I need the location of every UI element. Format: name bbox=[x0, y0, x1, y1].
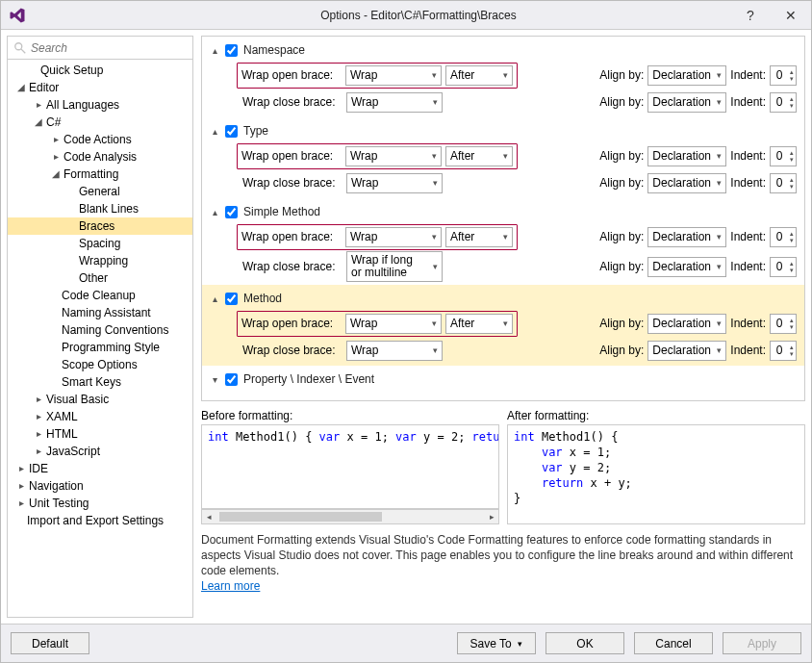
method-close-wrap-dropdown[interactable]: Wrap▾ bbox=[346, 341, 443, 361]
section-method: ▴ Method Wrap open brace: Wrap▾ After▾ A… bbox=[202, 285, 804, 366]
expand-icon: ▸ bbox=[50, 151, 62, 163]
namespace-open-indent-spinner[interactable]: 0▴▾ bbox=[770, 65, 797, 86]
method-close-align-dropdown[interactable]: Declaration▾ bbox=[647, 341, 726, 361]
type-open-indent-spinner[interactable]: 0▴▾ bbox=[770, 146, 797, 166]
tree-spacing[interactable]: Spacing bbox=[8, 235, 192, 252]
method-open-align-dropdown[interactable]: Declaration▾ bbox=[647, 314, 726, 334]
cancel-button[interactable]: Cancel bbox=[634, 632, 713, 654]
method-open-wrap-dropdown[interactable]: Wrap▾ bbox=[345, 314, 442, 334]
simple-method-close-align-dropdown[interactable]: Declaration▾ bbox=[647, 257, 726, 277]
simple-method-checkbox[interactable] bbox=[225, 206, 238, 218]
align-by-label: Align by: bbox=[599, 68, 644, 82]
type-open-pos-dropdown[interactable]: After▾ bbox=[445, 146, 513, 166]
before-formatting-label: Before formatting: bbox=[201, 409, 499, 422]
type-close-indent-spinner[interactable]: 0▴▾ bbox=[770, 173, 797, 193]
tree-editor[interactable]: ◢Editor bbox=[8, 79, 192, 96]
tree-quick-setup[interactable]: Quick Setup bbox=[8, 62, 192, 79]
save-to-button[interactable]: Save To ▾ bbox=[457, 632, 536, 654]
expand-icon: ▸ bbox=[33, 428, 44, 440]
namespace-open-align-dropdown[interactable]: Declaration▾ bbox=[647, 65, 726, 86]
tree-programming-style[interactable]: Programming Style bbox=[8, 339, 192, 356]
description-text: Document Formatting extends Visual Studi… bbox=[201, 532, 805, 594]
indent-label: Indent: bbox=[730, 68, 766, 82]
property-checkbox[interactable] bbox=[225, 373, 238, 386]
learn-more-link[interactable]: Learn more bbox=[201, 579, 260, 593]
tree-code-actions[interactable]: ▸Code Actions bbox=[8, 131, 192, 148]
simple-method-open-align-dropdown[interactable]: Declaration▾ bbox=[647, 227, 726, 247]
simple-method-open-pos-dropdown[interactable]: After▾ bbox=[445, 227, 513, 247]
help-button[interactable]: ? bbox=[730, 1, 771, 30]
chevron-down-icon: ▾ bbox=[432, 232, 437, 242]
type-close-align-dropdown[interactable]: Declaration▾ bbox=[647, 173, 726, 193]
section-simple-method: ▴ Simple Method Wrap open brace: Wrap▾ A… bbox=[202, 198, 804, 285]
simple-method-open-indent-spinner[interactable]: 0▴▾ bbox=[770, 227, 797, 247]
ok-button[interactable]: OK bbox=[546, 632, 624, 654]
tree-import-export[interactable]: Import and Export Settings bbox=[8, 512, 192, 529]
method-close-indent-spinner[interactable]: 0▴▾ bbox=[770, 341, 797, 361]
search-box[interactable] bbox=[8, 37, 192, 60]
namespace-close-indent-spinner[interactable]: 0▴▾ bbox=[770, 92, 797, 113]
type-open-wrap-dropdown[interactable]: Wrap▾ bbox=[345, 146, 442, 166]
tree-csharp[interactable]: ◢C# bbox=[8, 114, 192, 131]
namespace-close-wrap-dropdown[interactable]: Wrap▾ bbox=[346, 92, 443, 113]
chevron-down-icon: ▾ bbox=[717, 262, 722, 271]
tree-formatting[interactable]: ◢Formatting bbox=[8, 166, 192, 183]
tree-general[interactable]: General bbox=[8, 183, 192, 200]
collapse-icon[interactable]: ▴ bbox=[210, 45, 219, 55]
tree-javascript[interactable]: ▸JavaScript bbox=[8, 443, 192, 460]
simple-method-close-wrap-dropdown[interactable]: Wrap if long or multiline▾ bbox=[346, 251, 443, 282]
namespace-open-wrap-dropdown[interactable]: Wrap▾ bbox=[345, 65, 442, 86]
type-close-wrap-dropdown[interactable]: Wrap▾ bbox=[346, 173, 443, 193]
chevron-down-icon: ▾ bbox=[503, 151, 508, 161]
apply-button[interactable]: Apply bbox=[723, 632, 801, 654]
simple-method-open-wrap-dropdown[interactable]: Wrap▾ bbox=[345, 227, 442, 247]
namespace-open-pos-dropdown[interactable]: After▾ bbox=[445, 65, 513, 86]
chevron-down-icon: ▾ bbox=[717, 70, 722, 80]
horizontal-scrollbar[interactable]: ◂▸ bbox=[201, 509, 499, 524]
collapse-icon[interactable]: ▴ bbox=[210, 293, 219, 303]
close-button[interactable]: ✕ bbox=[771, 1, 811, 30]
default-button[interactable]: Default bbox=[11, 632, 89, 654]
collapse-icon[interactable]: ▴ bbox=[210, 126, 219, 136]
chevron-down-icon: ▾ bbox=[433, 178, 438, 188]
tree-other[interactable]: Other bbox=[8, 269, 192, 287]
tree-all-languages[interactable]: ▸All Languages bbox=[8, 96, 192, 114]
tree-blank-lines[interactable]: Blank Lines bbox=[8, 200, 192, 217]
section-property: ▾ Property \ Indexer \ Event bbox=[202, 366, 804, 393]
type-open-align-dropdown[interactable]: Declaration▾ bbox=[647, 146, 726, 166]
method-open-pos-dropdown[interactable]: After▾ bbox=[445, 314, 513, 334]
method-open-indent-spinner[interactable]: 0▴▾ bbox=[770, 314, 797, 334]
settings-scroll-area[interactable]: ▴ Namespace Wrap open brace: Wrap▾ After… bbox=[201, 36, 805, 401]
tree-unit-testing[interactable]: ▸Unit Testing bbox=[8, 495, 192, 512]
tree-ide[interactable]: ▸IDE bbox=[8, 460, 192, 477]
tree-smart-keys[interactable]: Smart Keys bbox=[8, 373, 192, 391]
before-code-preview: int Method1() { var x = 1; var y = 2; re… bbox=[201, 424, 499, 509]
method-checkbox[interactable] bbox=[225, 293, 238, 305]
type-checkbox[interactable] bbox=[225, 125, 238, 138]
tree-navigation[interactable]: ▸Navigation bbox=[8, 477, 192, 495]
expand-icon: ▸ bbox=[50, 134, 62, 145]
expand-icon: ▸ bbox=[33, 411, 44, 422]
chevron-down-icon: ▾ bbox=[717, 97, 722, 107]
chevron-down-icon: ▾ bbox=[518, 639, 522, 649]
search-input[interactable] bbox=[31, 41, 187, 55]
tree-code-cleanup[interactable]: Code Cleanup bbox=[8, 287, 192, 304]
namespace-close-align-dropdown[interactable]: Declaration▾ bbox=[647, 92, 726, 113]
tree-visual-basic[interactable]: ▸Visual Basic bbox=[8, 391, 192, 408]
chevron-down-icon: ▾ bbox=[717, 319, 722, 328]
tree-code-analysis[interactable]: ▸Code Analysis bbox=[8, 148, 192, 166]
chevron-down-icon: ▾ bbox=[717, 345, 722, 355]
collapse-icon[interactable]: ▾ bbox=[210, 374, 219, 384]
tree-html[interactable]: ▸HTML bbox=[8, 425, 192, 443]
expand-icon: ▸ bbox=[15, 463, 27, 474]
tree-naming-conventions[interactable]: Naming Conventions bbox=[8, 321, 192, 339]
tree-xaml[interactable]: ▸XAML bbox=[8, 408, 192, 425]
tree-naming-assistant[interactable]: Naming Assistant bbox=[8, 304, 192, 321]
tree-wrapping[interactable]: Wrapping bbox=[8, 252, 192, 269]
button-bar: Default Save To ▾ OK Cancel Apply bbox=[1, 624, 811, 662]
simple-method-close-indent-spinner[interactable]: 0▴▾ bbox=[770, 257, 797, 277]
namespace-checkbox[interactable] bbox=[225, 44, 238, 57]
tree-braces[interactable]: Braces bbox=[8, 217, 192, 235]
collapse-icon[interactable]: ▴ bbox=[210, 207, 219, 217]
tree-scope-options[interactable]: Scope Options bbox=[8, 356, 192, 373]
